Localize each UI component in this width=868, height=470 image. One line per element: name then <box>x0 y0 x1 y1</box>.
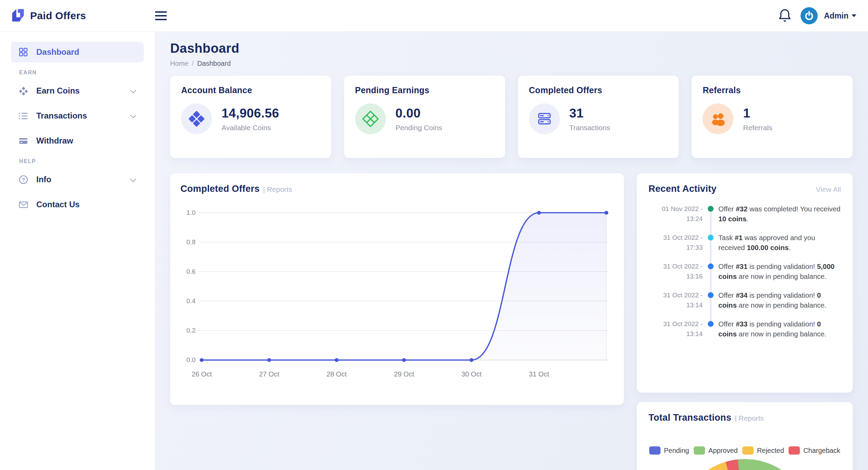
total-transactions-subtitle: | Reports <box>735 414 764 422</box>
activity-message: Offer #34 is pending validation! 0 coins… <box>718 290 841 310</box>
svg-text:0.8: 0.8 <box>187 238 196 246</box>
activity-message: Offer #33 is pending validation! 0 coins… <box>718 319 841 339</box>
svg-text:0.6: 0.6 <box>187 268 196 275</box>
activity-date: 01 Nov 2022 - 13:24 <box>649 204 703 224</box>
svg-text:0.4: 0.4 <box>187 297 196 305</box>
stat-card-pending-earnings: Pending Earnings 0.00 Pending Coins <box>344 76 505 158</box>
user-avatar[interactable] <box>801 7 818 24</box>
page-title: Dashboard <box>170 41 853 56</box>
dashboard-grid-icon <box>18 47 28 57</box>
brand[interactable]: Paid Offers <box>10 8 155 24</box>
sidebar-item-withdraw[interactable]: Withdraw <box>11 131 144 151</box>
legend-swatch-icon <box>694 446 705 455</box>
total-transactions-title: Total Transactions <box>649 412 731 423</box>
chart-card-subtitle: | Reports <box>263 185 292 194</box>
stat-label: Available Coins <box>222 124 279 132</box>
earn-coins-icon <box>18 86 28 96</box>
sidebar-item-dashboard[interactable]: Dashboard <box>11 42 144 62</box>
activity-message: Offer #31 is pending validation! 5,000 c… <box>718 261 841 281</box>
recent-activity-card: Recent Activity View All 01 Nov 2022 - 1… <box>637 173 853 393</box>
chevron-down-icon <box>852 14 856 17</box>
sidebar-item-contact-us[interactable]: Contact Us <box>11 194 144 215</box>
stat-card-completed-offers: Completed Offers 31 Transactions <box>518 76 679 158</box>
legend-item-approved[interactable]: Approved <box>694 446 738 455</box>
stat-value: 0.00 <box>395 106 442 121</box>
breadcrumb-home-link[interactable]: Home <box>170 60 188 67</box>
stat-card-account-balance: Account Balance 14,906.56 Available Co <box>170 76 331 158</box>
breadcrumb-current: Dashboard <box>197 60 231 67</box>
activity-date: 31 Oct 2022 - 13:14 <box>649 290 703 310</box>
activity-date: 31 Oct 2022 - 13:16 <box>649 261 703 281</box>
svg-text:28 Oct: 28 Oct <box>327 370 347 378</box>
legend-swatch-icon <box>649 446 661 455</box>
sidebar: Dashboard EARN Earn Coins Transactions <box>0 32 155 470</box>
referral-users-icon <box>703 103 733 134</box>
sidebar-item-transactions[interactable]: Transactions <box>11 106 144 126</box>
stat-label: Pending Coins <box>395 124 442 132</box>
admin-menu[interactable]: Admin <box>824 11 856 21</box>
svg-text:30 Oct: 30 Oct <box>462 370 482 378</box>
server-stack-icon <box>529 103 560 134</box>
svg-text:27 Oct: 27 Oct <box>259 370 279 378</box>
svg-text:1.0: 1.0 <box>187 209 196 216</box>
stat-title: Referrals <box>703 85 842 95</box>
activity-item: 01 Nov 2022 - 13:24Offer #32 was complet… <box>649 204 841 224</box>
sidebar-item-info[interactable]: ? Info <box>11 169 144 190</box>
brand-logo-icon <box>10 8 25 24</box>
legend-item-chargeback[interactable]: Chargeback <box>789 446 840 455</box>
sidebar-item-label: Info <box>36 175 51 184</box>
chart-card-title: Completed Offers <box>180 184 260 194</box>
top-navbar: Paid Offers Admin <box>0 0 868 32</box>
stat-value: 14,906.56 <box>222 106 279 121</box>
activity-message: Task #1 was approved and you received 10… <box>718 233 841 252</box>
view-all-link[interactable]: View All <box>816 185 841 194</box>
transactions-list-icon <box>18 111 28 121</box>
stat-label: Transactions <box>569 124 610 132</box>
activity-timeline: 01 Nov 2022 - 13:24Offer #32 was complet… <box>649 204 841 339</box>
activity-date: 31 Oct 2022 - 17:33 <box>649 233 703 252</box>
stat-value: 1 <box>743 106 772 121</box>
chevron-down-icon <box>130 175 136 184</box>
pending-diamond-icon <box>355 103 386 134</box>
main-content: Dashboard Home / Dashboard Account Balan… <box>155 32 868 470</box>
activity-dot-icon <box>708 206 714 212</box>
legend-label: Chargeback <box>803 447 840 455</box>
notifications-bell-icon[interactable] <box>778 8 792 23</box>
stats-row: Account Balance 14,906.56 Available Co <box>170 76 853 158</box>
svg-text:0.2: 0.2 <box>187 327 196 334</box>
sidebar-item-earn-coins[interactable]: Earn Coins <box>11 81 144 101</box>
legend-label: Rejected <box>757 447 784 455</box>
menu-toggle-icon[interactable] <box>155 10 169 21</box>
activity-dot-icon <box>708 235 714 240</box>
activity-item: 31 Oct 2022 - 13:14Offer #34 is pending … <box>649 290 841 310</box>
sidebar-section-earn: EARN <box>19 70 155 76</box>
coins-diamond-icon <box>181 103 212 134</box>
sidebar-item-label: Transactions <box>36 111 87 121</box>
info-question-icon: ? <box>18 175 28 184</box>
transactions-pie-chart <box>678 459 812 470</box>
legend-swatch-icon <box>789 446 800 455</box>
stat-label: Referrals <box>743 124 772 132</box>
breadcrumb: Home / Dashboard <box>170 60 853 67</box>
svg-text:?: ? <box>22 177 25 182</box>
svg-text:0.0: 0.0 <box>187 356 196 363</box>
activity-dot-icon <box>708 292 714 298</box>
legend-label: Pending <box>664 447 689 455</box>
completed-offers-chart-card: Completed Offers | Reports 0.00.20.40.60… <box>170 173 624 405</box>
sidebar-item-label: Withdraw <box>36 136 73 146</box>
activity-title: Recent Activity <box>649 184 717 194</box>
sidebar-item-label: Contact Us <box>36 200 80 209</box>
activity-dot-icon <box>708 321 714 327</box>
activity-item: 31 Oct 2022 - 13:14Offer #33 is pending … <box>649 319 841 339</box>
svg-text:29 Oct: 29 Oct <box>394 370 414 378</box>
stat-title: Account Balance <box>181 85 320 95</box>
activity-item: 31 Oct 2022 - 17:33Task #1 was approved … <box>649 233 841 252</box>
chevron-down-icon <box>130 86 136 96</box>
stat-value: 31 <box>569 106 610 121</box>
legend-item-rejected[interactable]: Rejected <box>742 446 784 455</box>
svg-text:31 Oct: 31 Oct <box>529 370 549 378</box>
legend-item-pending[interactable]: Pending <box>649 446 689 455</box>
breadcrumb-separator: / <box>192 60 194 67</box>
svg-text:26 Oct: 26 Oct <box>192 370 212 378</box>
pie-legend: PendingApprovedRejectedChargeback <box>649 446 841 455</box>
